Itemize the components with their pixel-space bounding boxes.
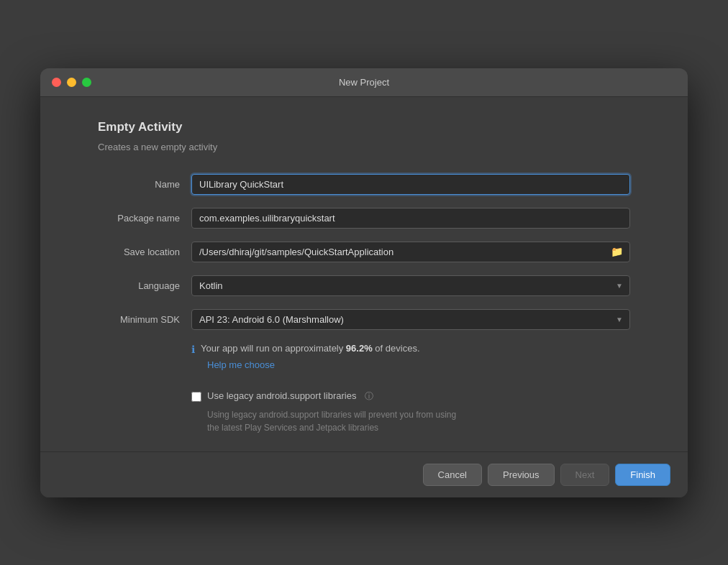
min-sdk-row: Minimum SDK API 21: Android 5.0 (Lollipo… [98,309,630,330]
help-link[interactable]: Help me choose [207,359,630,370]
activity-subtitle: Creates a new empty activity [98,142,630,152]
main-content: Empty Activity Creates a new empty activ… [40,97,688,451]
save-location-label: Save location [98,247,191,257]
help-question-icon[interactable]: ⓘ [365,390,373,403]
finish-button[interactable]: Finish [615,464,670,486]
legacy-checkbox[interactable] [191,392,201,402]
language-label: Language [98,280,191,291]
language-select[interactable]: Kotlin Java [191,275,630,296]
traffic-lights [52,78,91,87]
info-section: ℹ Your app will run on approximately 96.… [191,343,630,377]
language-row: Language Kotlin Java ▼ [98,275,630,296]
info-row: ℹ Your app will run on approximately 96.… [191,343,630,355]
cancel-button[interactable]: Cancel [423,464,482,486]
previous-button[interactable]: Previous [488,464,555,486]
next-button: Next [560,464,610,486]
min-sdk-select[interactable]: API 21: Android 5.0 (Lollipop) API 22: A… [191,309,630,330]
legacy-checkbox-row: Use legacy android.support libraries ⓘ [191,390,630,403]
info-text: Your app will run on approximately 96.2%… [201,343,420,354]
legacy-description: Using legacy android.support libraries w… [191,408,630,434]
name-input[interactable] [191,174,630,195]
language-select-wrapper: Kotlin Java ▼ [191,275,630,296]
window-title: New Project [339,77,389,88]
footer: Cancel Previous Next Finish [40,451,688,497]
min-sdk-select-wrapper: API 21: Android 5.0 (Lollipop) API 22: A… [191,309,630,330]
name-row: Name [98,174,630,195]
close-button[interactable] [52,78,61,87]
min-sdk-label: Minimum SDK [98,314,191,325]
info-circle-icon: ℹ [191,344,195,355]
legacy-checkbox-label: Use legacy android.support libraries [207,390,356,401]
save-location-input[interactable] [191,242,630,262]
info-text-prefix: Your app will run on approximately [201,343,346,354]
activity-title: Empty Activity [98,120,630,134]
name-label: Name [98,179,191,190]
package-name-input[interactable] [191,208,630,229]
package-name-row: Package name [98,208,630,229]
maximize-button[interactable] [82,78,91,87]
save-location-wrapper: 📁 [191,242,630,262]
info-text-suffix: of devices. [373,343,420,354]
new-project-window: New Project Empty Activity Creates a new… [40,68,688,497]
info-percentage: 96.2% [346,343,373,354]
folder-icon[interactable]: 📁 [611,246,623,257]
titlebar: New Project [40,68,688,97]
save-location-row: Save location 📁 [98,242,630,262]
minimize-button[interactable] [67,78,76,87]
package-name-label: Package name [98,213,191,224]
